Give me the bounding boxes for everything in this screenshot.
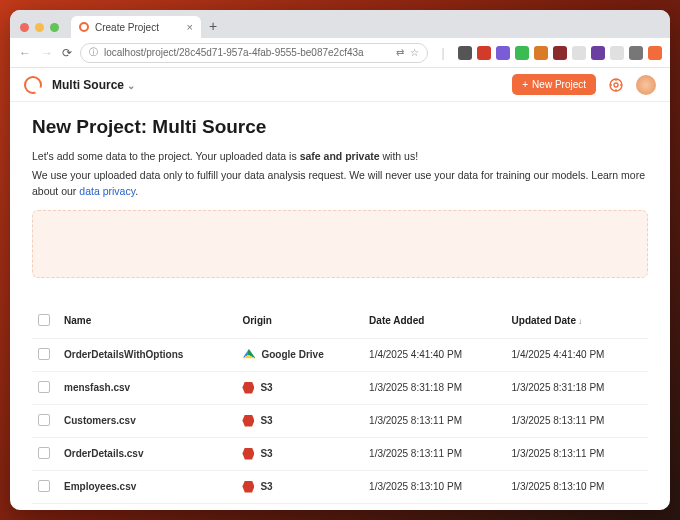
row-checkbox[interactable] xyxy=(38,381,50,393)
minimize-window-icon[interactable] xyxy=(35,23,44,32)
cell-updated: 1/3/2025 8:31:18 PM xyxy=(506,371,648,404)
cell-updated: 1/4/2025 4:41:40 PM xyxy=(506,338,648,371)
row-checkbox[interactable] xyxy=(38,447,50,459)
google-drive-icon xyxy=(242,349,255,360)
cell-origin: S3 xyxy=(236,371,363,404)
cell-name: OrderDetailsWithOptions xyxy=(58,338,236,371)
cell-added: 1/3/2025 8:31:18 PM xyxy=(363,371,505,404)
cell-origin: S3 xyxy=(236,470,363,503)
cell-origin: S3 xyxy=(236,404,363,437)
cell-updated: 1/3/2025 8:13:11 PM xyxy=(506,437,648,470)
workspace-selector[interactable]: Multi Source ⌄ xyxy=(52,78,135,92)
cell-updated: 1/3/2025 8:13:10 PM xyxy=(506,470,648,503)
cell-name: mensfash.csv xyxy=(58,371,236,404)
extensions-tray xyxy=(458,46,662,60)
app-header: Multi Source ⌄ + New Project xyxy=(10,68,670,102)
translate-icon[interactable]: ⇄ xyxy=(396,47,404,58)
extension-icon[interactable] xyxy=(477,46,491,60)
forward-button[interactable]: → xyxy=(40,46,54,60)
extension-icon[interactable] xyxy=(648,46,662,60)
table-header-row: Name Origin Date Added Updated Date↓ xyxy=(32,306,648,339)
page-title: New Project: Multi Source xyxy=(32,116,648,138)
extension-icon[interactable] xyxy=(591,46,605,60)
url-text: localhost/project/28c45d71-957a-4fab-955… xyxy=(104,47,364,58)
table-row[interactable]: Offices.csvS31/3/2025 8:13:10 PM1/3/2025… xyxy=(32,503,648,510)
app-logo-icon[interactable] xyxy=(24,76,42,94)
avatar[interactable] xyxy=(636,75,656,95)
select-all-checkbox[interactable] xyxy=(38,314,50,326)
extension-icon[interactable] xyxy=(610,46,624,60)
maximize-window-icon[interactable] xyxy=(50,23,59,32)
extension-icon[interactable] xyxy=(572,46,586,60)
extension-icon[interactable] xyxy=(629,46,643,60)
toolbar: ← → ⟳ ⓘ localhost/project/28c45d71-957a-… xyxy=(10,38,670,68)
lead-text: Let's add some data to the project. Your… xyxy=(32,150,648,162)
col-added[interactable]: Date Added xyxy=(363,306,505,339)
extension-icon[interactable] xyxy=(458,46,472,60)
window-controls xyxy=(20,23,59,32)
help-icon[interactable] xyxy=(606,75,626,95)
address-bar[interactable]: ⓘ localhost/project/28c45d71-957a-4fab-9… xyxy=(80,43,428,63)
new-project-button[interactable]: + New Project xyxy=(512,74,596,95)
datasets-table: Name Origin Date Added Updated Date↓ Ord… xyxy=(32,306,648,511)
s3-icon xyxy=(242,382,254,394)
extension-icon[interactable] xyxy=(553,46,567,60)
s3-icon xyxy=(242,481,254,493)
table-row[interactable]: Employees.csvS31/3/2025 8:13:10 PM1/3/20… xyxy=(32,470,648,503)
s3-icon xyxy=(242,448,254,460)
browser-window: Create Project × + ← → ⟳ ⓘ localhost/pro… xyxy=(10,10,670,510)
tab-strip: Create Project × + xyxy=(10,10,670,38)
cell-updated: 1/3/2025 8:13:10 PM xyxy=(506,503,648,510)
tab-favicon xyxy=(79,22,89,32)
close-window-icon[interactable] xyxy=(20,23,29,32)
s3-icon xyxy=(242,415,254,427)
table-row[interactable]: Customers.csvS31/3/2025 8:13:11 PM1/3/20… xyxy=(32,404,648,437)
cell-added: 1/4/2025 4:41:40 PM xyxy=(363,338,505,371)
page-content: New Project: Multi Source Let's add some… xyxy=(10,102,670,510)
back-button[interactable]: ← xyxy=(18,46,32,60)
cell-added: 1/3/2025 8:13:11 PM xyxy=(363,437,505,470)
cell-origin: S3 xyxy=(236,503,363,510)
extension-icon[interactable] xyxy=(534,46,548,60)
toolbar-divider: | xyxy=(436,46,450,60)
table-row[interactable]: mensfash.csvS31/3/2025 8:31:18 PM1/3/202… xyxy=(32,371,648,404)
svg-point-1 xyxy=(614,83,618,87)
chevron-down-icon: ⌄ xyxy=(127,80,135,91)
subtext: We use your uploaded data only to fulfil… xyxy=(32,168,648,200)
row-checkbox[interactable] xyxy=(38,348,50,360)
cell-origin: Google Drive xyxy=(236,338,363,371)
tab-title: Create Project xyxy=(95,22,159,33)
close-tab-icon[interactable]: × xyxy=(187,21,193,33)
table-row[interactable]: OrderDetails.csvS31/3/2025 8:13:11 PM1/3… xyxy=(32,437,648,470)
upload-dropzone[interactable] xyxy=(32,210,648,278)
cell-added: 1/3/2025 8:13:10 PM xyxy=(363,503,505,510)
site-info-icon[interactable]: ⓘ xyxy=(89,46,98,59)
new-project-label: New Project xyxy=(532,79,586,90)
browser-tab[interactable]: Create Project × xyxy=(71,16,201,38)
col-name[interactable]: Name xyxy=(58,306,236,339)
cell-origin: S3 xyxy=(236,437,363,470)
cell-added: 1/3/2025 8:13:11 PM xyxy=(363,404,505,437)
row-checkbox[interactable] xyxy=(38,480,50,492)
extension-icon[interactable] xyxy=(496,46,510,60)
cell-added: 1/3/2025 8:13:10 PM xyxy=(363,470,505,503)
workspace-name: Multi Source xyxy=(52,78,124,92)
col-updated[interactable]: Updated Date↓ xyxy=(506,306,648,339)
extension-icon[interactable] xyxy=(515,46,529,60)
cell-name: Offices.csv xyxy=(58,503,236,510)
bookmark-icon[interactable]: ☆ xyxy=(410,47,419,58)
cell-name: Employees.csv xyxy=(58,470,236,503)
reload-button[interactable]: ⟳ xyxy=(62,46,72,60)
plus-icon: + xyxy=(522,79,528,90)
col-origin[interactable]: Origin xyxy=(236,306,363,339)
table-row[interactable]: OrderDetailsWithOptionsGoogle Drive1/4/2… xyxy=(32,338,648,371)
new-tab-button[interactable]: + xyxy=(209,18,217,34)
sort-desc-icon: ↓ xyxy=(578,317,582,326)
cell-updated: 1/3/2025 8:13:11 PM xyxy=(506,404,648,437)
cell-name: Customers.csv xyxy=(58,404,236,437)
cell-name: OrderDetails.csv xyxy=(58,437,236,470)
row-checkbox[interactable] xyxy=(38,414,50,426)
data-privacy-link[interactable]: data privacy xyxy=(79,185,135,197)
